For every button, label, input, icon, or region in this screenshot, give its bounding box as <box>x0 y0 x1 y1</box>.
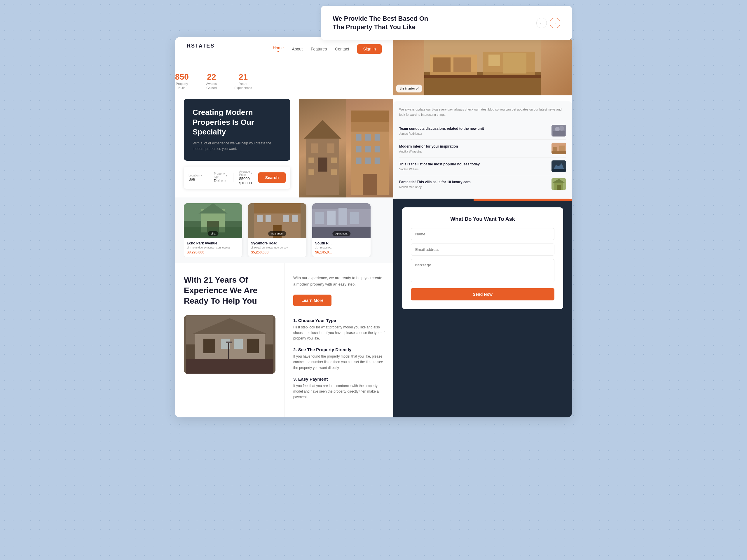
stat-property-label: PropertyBuild <box>175 82 189 90</box>
blog-intro: We always update our blog every day, alw… <box>399 107 566 117</box>
svg-rect-14 <box>375 134 380 140</box>
blog-content-2: This is the list of the most popular hou… <box>399 162 548 171</box>
step-2: 2. See The Property Directly If you have… <box>293 347 385 371</box>
bottom-experience-section: With 21 Years Of Experience We Are Ready… <box>175 263 393 418</box>
step-3-title: 3. Easy Payment <box>293 377 385 381</box>
nav-arrows-container: ← → <box>536 18 560 28</box>
blog-author-3: Marvin McKinney <box>399 186 548 189</box>
property-card-1: Apartment Sycamore Road Jl. Royal Ln. Me… <box>248 203 306 257</box>
blog-thumb-svg-3 <box>551 178 566 190</box>
step-3-desc: If you feel that you are in accordance w… <box>293 383 385 400</box>
svg-rect-61 <box>503 53 526 74</box>
svg-rect-2 <box>311 143 318 153</box>
svg-rect-8 <box>331 169 337 175</box>
svg-rect-47 <box>203 339 215 353</box>
main-two-col: RSTATES Home About Features Contact Sign… <box>175 37 572 417</box>
blog-title-2: This is the list of the most popular hou… <box>399 162 548 167</box>
orange-accent-bar <box>473 198 572 201</box>
svg-rect-77 <box>557 185 561 190</box>
next-arrow-button[interactable]: → <box>550 18 560 28</box>
nav-features[interactable]: Features <box>311 47 327 51</box>
blog-item-2[interactable]: This is the list of the most popular hou… <box>399 158 566 175</box>
location-label: Location ▾ <box>188 174 202 177</box>
contact-form-title: What Do You Want To Ask <box>411 216 555 222</box>
blog-thumb-2 <box>551 160 566 172</box>
svg-rect-66 <box>553 131 565 136</box>
svg-rect-73 <box>551 169 566 172</box>
blog-content-0: Team conducts discussions related to the… <box>399 126 548 135</box>
kitchen-image: the interior of <box>393 37 572 96</box>
property-price-2: $6,145,0... <box>315 250 368 254</box>
house-image <box>184 315 276 374</box>
svg-rect-21 <box>363 174 377 195</box>
svg-rect-51 <box>186 359 274 374</box>
step-3: 3. Easy Payment If you feel that you are… <box>293 377 385 400</box>
contact-name-input[interactable] <box>411 228 555 240</box>
property-info-2: South R... Jl. Preston R... $6,145,0... <box>312 238 370 257</box>
stat-property-build: 850 PropertyBuild <box>175 72 189 90</box>
send-now-button[interactable]: Send Now <box>411 288 555 300</box>
svg-rect-58 <box>433 57 450 72</box>
svg-point-64 <box>555 127 560 132</box>
steps-section: 1. Choose Your Type First step look for … <box>293 318 385 400</box>
svg-point-65 <box>559 126 564 131</box>
svg-rect-53 <box>226 342 232 343</box>
property-type-field[interactable]: Property type ▾ Deluxe <box>214 172 227 183</box>
step-2-title: 2. See The Property Directly <box>293 347 385 352</box>
blog-thumb-svg-2 <box>551 160 566 172</box>
nav-about[interactable]: About <box>292 47 303 51</box>
experience-left: With 21 Years Of Experience We Are Ready… <box>175 263 284 418</box>
svg-rect-4 <box>318 158 327 171</box>
svg-rect-17 <box>375 146 380 153</box>
contact-email-input[interactable] <box>411 243 555 256</box>
hero-section: Creating Modern Properties Is Our Specia… <box>175 99 393 197</box>
avg-price-field[interactable]: Average Price ▾ $5000 - $10000 <box>239 170 252 185</box>
top-panel-title: We Provide The Best Based On The Propert… <box>333 15 435 31</box>
blog-item-0[interactable]: Team conducts discussions related to the… <box>399 122 566 140</box>
blog-content-3: Fantastic! This villa sells for 10 luxur… <box>399 180 548 189</box>
sign-in-button[interactable]: Sign In <box>357 44 382 54</box>
property-img-1: Apartment <box>248 203 306 238</box>
search-divider-1 <box>208 173 208 182</box>
stat-years-label: YearsExperiences <box>234 82 252 90</box>
house-svg <box>184 315 276 374</box>
stat-years-number: 21 <box>234 72 252 82</box>
location-value: Bali <box>188 177 202 181</box>
nav-contact[interactable]: Contact <box>335 47 349 51</box>
right-column: the interior of We always update our blo… <box>393 37 572 417</box>
svg-marker-1 <box>304 120 342 139</box>
svg-rect-40 <box>338 208 347 225</box>
logo: RSTATES <box>187 43 214 49</box>
blog-title-3: Fantastic! This villa sells for 10 luxur… <box>399 180 548 185</box>
blog-author-0: James Rodriguez <box>399 132 548 135</box>
svg-rect-52 <box>228 342 229 359</box>
svg-rect-50 <box>247 339 259 353</box>
location-field[interactable]: Location ▾ Bali <box>188 174 202 181</box>
svg-rect-59 <box>454 57 471 72</box>
experience-description: With our experience, we are ready to hel… <box>293 275 385 288</box>
nav-links: Home About Features Contact Sign In <box>273 44 382 54</box>
property-info-0: Echo Park Avenue Jl. Thornridge Syracuse… <box>184 238 242 257</box>
svg-rect-32 <box>265 215 272 222</box>
search-button[interactable]: Search <box>258 172 286 183</box>
svg-rect-11 <box>351 110 389 122</box>
stat-property-number: 850 <box>175 72 189 82</box>
property-card-0: Villa Echo Park Avenue Jl. Thornridge Sy… <box>184 203 242 257</box>
property-price-0: $3,295,000 <box>187 250 239 254</box>
blog-item-3[interactable]: Fantastic! This villa sells for 10 luxur… <box>399 175 566 193</box>
step-1-title: 1. Choose Your Type <box>293 318 385 323</box>
prev-arrow-button[interactable]: ← <box>536 18 547 28</box>
step-1-desc: First step look for what property model … <box>293 325 385 342</box>
nav-home[interactable]: Home <box>273 46 284 52</box>
svg-rect-13 <box>365 134 370 140</box>
svg-rect-62 <box>424 75 541 78</box>
interior-overlay: the interior of <box>396 85 422 92</box>
experience-title: With 21 Years Of Experience We Are Ready… <box>184 275 276 306</box>
blog-thumb-0 <box>551 125 566 136</box>
blog-content-1: Modern interior for your inspiration And… <box>399 144 548 153</box>
stat-awards-number: 22 <box>206 72 217 82</box>
learn-more-button[interactable]: Learn More <box>293 295 332 306</box>
contact-message-input[interactable] <box>411 259 555 282</box>
blog-thumb-1 <box>551 143 566 154</box>
blog-item-1[interactable]: Modern interior for your inspiration And… <box>399 140 566 158</box>
